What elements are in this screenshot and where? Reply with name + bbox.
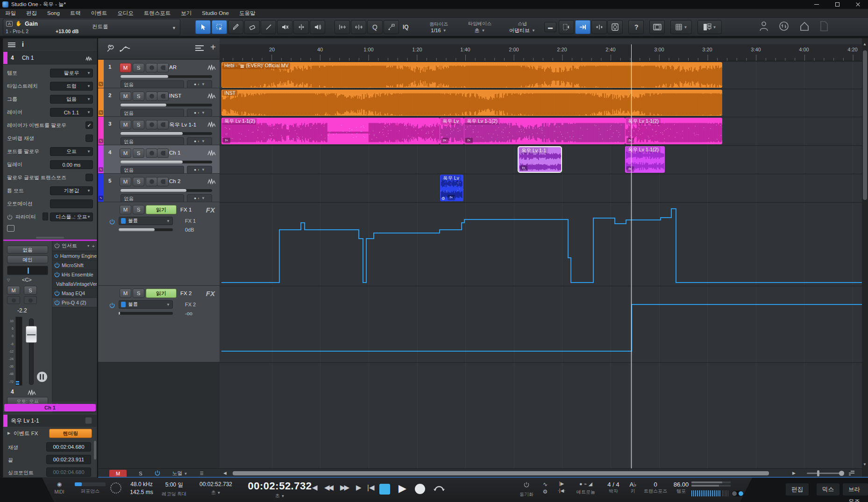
notes-page-icon[interactable] bbox=[820, 21, 828, 33]
track-mode-select[interactable]: 노멀 ▼ bbox=[172, 470, 188, 477]
solo-button[interactable]: S bbox=[133, 63, 144, 72]
punch-toggle[interactable]: |▶·|◀· bbox=[553, 481, 570, 493]
mute-button[interactable]: M bbox=[120, 92, 131, 101]
video-track-button[interactable] bbox=[649, 20, 665, 34]
record-arm-button[interactable] bbox=[146, 63, 157, 72]
arrow-tool[interactable] bbox=[195, 20, 211, 34]
automation-display[interactable]: 없음 bbox=[121, 137, 184, 145]
insert-slot[interactable]: kHs Ensemble bbox=[52, 270, 97, 279]
record-arm-button[interactable] bbox=[146, 120, 157, 129]
mute-button[interactable]: M bbox=[120, 148, 131, 158]
record-arm-button[interactable] bbox=[146, 92, 157, 101]
macro-tool[interactable] bbox=[384, 20, 399, 34]
timeline-ruler[interactable]: 20401:001:201:402:002:202:403:003:203:40… bbox=[220, 44, 862, 61]
row-value[interactable]: 팔로우▼ bbox=[50, 69, 93, 78]
record-remaining[interactable]: 5:00 일 레코딩 최대 bbox=[159, 481, 190, 497]
track-lanes[interactable]: Hebi - '늘 (EVER)' Official MVINST옥우 Lv 1… bbox=[220, 61, 862, 468]
add-track-button[interactable]: + bbox=[210, 42, 216, 53]
automation-value-slider[interactable] bbox=[119, 228, 173, 231]
prev-marker-button[interactable]: ◀ bbox=[312, 483, 318, 492]
timebase-select[interactable]: 타임베이스 초▼ bbox=[460, 20, 500, 35]
inserts-header[interactable]: 인서트 ▾ + bbox=[52, 241, 97, 251]
pan-control[interactable]: ●◐▼ bbox=[187, 166, 212, 174]
cloud-sync-icon[interactable] bbox=[779, 21, 789, 33]
pan-control[interactable]: ●◐▼ bbox=[187, 137, 212, 145]
monitor-button[interactable] bbox=[157, 148, 169, 158]
help-button[interactable]: ? bbox=[628, 20, 644, 34]
time-signature[interactable]: 4 / 4박자 bbox=[604, 481, 623, 495]
solo-button[interactable]: S bbox=[133, 177, 144, 186]
home-icon[interactable] bbox=[799, 21, 810, 33]
row-checkbox[interactable]: ✓ bbox=[85, 121, 93, 129]
power-icon[interactable] bbox=[109, 218, 115, 226]
row-value[interactable]: 없음▼ bbox=[50, 95, 93, 104]
param-mini-box[interactable] bbox=[43, 212, 48, 220]
track-row-옥우 Lv 1-1[interactable]: ∿3MS옥우 Lv 1-1없음●◐▼ bbox=[98, 117, 220, 145]
solo-button[interactable]: S bbox=[133, 205, 144, 214]
power-icon[interactable] bbox=[54, 243, 60, 249]
automation-display[interactable]: 없음 bbox=[121, 109, 184, 117]
volume-slider[interactable] bbox=[121, 132, 212, 135]
menu-Song[interactable]: Song bbox=[42, 9, 65, 18]
volume-slider[interactable] bbox=[121, 161, 212, 163]
event-checkbox[interactable] bbox=[85, 417, 92, 424]
solo-button[interactable]: S bbox=[133, 289, 144, 298]
channel-tab[interactable]: Ch 1 bbox=[4, 404, 96, 411]
menu-도움말[interactable]: 도움말 bbox=[234, 9, 261, 18]
menu-트랜스포트[interactable]: 트랜스포트 bbox=[139, 9, 176, 18]
info-icon[interactable]: i bbox=[22, 41, 24, 48]
automation-display[interactable]: 없음 bbox=[121, 194, 184, 202]
scroll-right-arrow[interactable]: ▶ bbox=[792, 471, 796, 475]
power-icon[interactable] bbox=[155, 469, 160, 478]
row-checkbox[interactable] bbox=[85, 174, 93, 181]
ripple-edit-toggle[interactable] bbox=[591, 20, 607, 34]
insert-slot[interactable]: MicroShift bbox=[52, 261, 97, 270]
row-value[interactable]: 디스플..: 오프▼ bbox=[50, 212, 93, 221]
menu-이벤트[interactable]: 이벤트 bbox=[86, 9, 113, 18]
automation-curve[interactable] bbox=[221, 304, 862, 351]
volume-slider[interactable] bbox=[121, 104, 212, 106]
record-arm-button[interactable] bbox=[146, 177, 157, 186]
mute-button[interactable]: M bbox=[120, 63, 131, 72]
playhead-ruler[interactable] bbox=[631, 44, 632, 61]
timestretch-tool[interactable] bbox=[334, 20, 350, 34]
scrollbar-thumb[interactable] bbox=[233, 471, 769, 475]
channel-mute-button[interactable]: M bbox=[7, 286, 20, 295]
fx-track-FX 1[interactable]: MS읽기FX 1FX볼륨▼FX 10dB bbox=[98, 202, 220, 286]
event-header[interactable]: 옥우 Lv 1-1 bbox=[3, 415, 97, 427]
macro-controls-panel[interactable]: A ✋ Gain 1 - Pro-L 2 +13.00 dB 컨트롤 ▼ bbox=[3, 19, 180, 35]
vertical-scrollbar[interactable]: ▲ ▼ bbox=[862, 38, 868, 478]
loop-button[interactable] bbox=[432, 483, 446, 494]
scroll-up-arrow[interactable]: ▲ bbox=[863, 42, 867, 46]
snap-mini-button[interactable]: ▬ bbox=[544, 22, 556, 32]
inspector-menu-icon[interactable] bbox=[8, 42, 15, 48]
notes-row[interactable] bbox=[3, 225, 97, 236]
automation-read-button[interactable]: 읽기 bbox=[146, 289, 177, 298]
power-icon[interactable] bbox=[7, 213, 13, 222]
insert-slot[interactable]: Harmony Engine bbox=[52, 251, 97, 261]
pan-control[interactable]: ●◐▼ bbox=[187, 194, 212, 202]
pan-control[interactable]: ●◐▼ bbox=[187, 109, 212, 117]
quantize-select[interactable]: 퀀타이즈 1/16▼ bbox=[419, 20, 459, 35]
scroll-down-arrow[interactable]: ▼ bbox=[863, 462, 867, 467]
timestretch-range-tool[interactable] bbox=[351, 20, 366, 34]
track-row-INST[interactable]: ∿2MSINST없음●◐▼ bbox=[98, 88, 220, 117]
monitor-button[interactable] bbox=[157, 63, 169, 72]
mute-button[interactable]: M bbox=[120, 205, 131, 214]
stop-button[interactable] bbox=[379, 484, 390, 495]
monitor-button[interactable] bbox=[157, 177, 169, 186]
automation-curve[interactable] bbox=[221, 209, 862, 283]
fx-track-FX 2[interactable]: MS읽기FX 2FX볼륨▼FX 2-oo bbox=[98, 286, 220, 362]
field-value[interactable]: 00:02:23.911 bbox=[46, 455, 91, 464]
pan-value[interactable]: <C> bbox=[22, 277, 32, 283]
fast-forward-button[interactable]: ▶▶ bbox=[340, 483, 348, 492]
lane-options-icon[interactable]: ☰ bbox=[200, 471, 204, 476]
insert-slot[interactable]: Pro-Q 4 (2) bbox=[52, 298, 97, 307]
transpose-display[interactable]: 0트랜스포즈 bbox=[641, 481, 670, 495]
monitor-button[interactable] bbox=[157, 92, 169, 101]
solo-button[interactable]: S bbox=[133, 92, 144, 101]
channel-monitor-button[interactable] bbox=[24, 296, 37, 304]
fader-value[interactable]: -2.2 bbox=[17, 307, 27, 314]
automation-param-select[interactable]: 볼륨▼ bbox=[119, 217, 173, 225]
split-tool[interactable] bbox=[261, 20, 276, 34]
